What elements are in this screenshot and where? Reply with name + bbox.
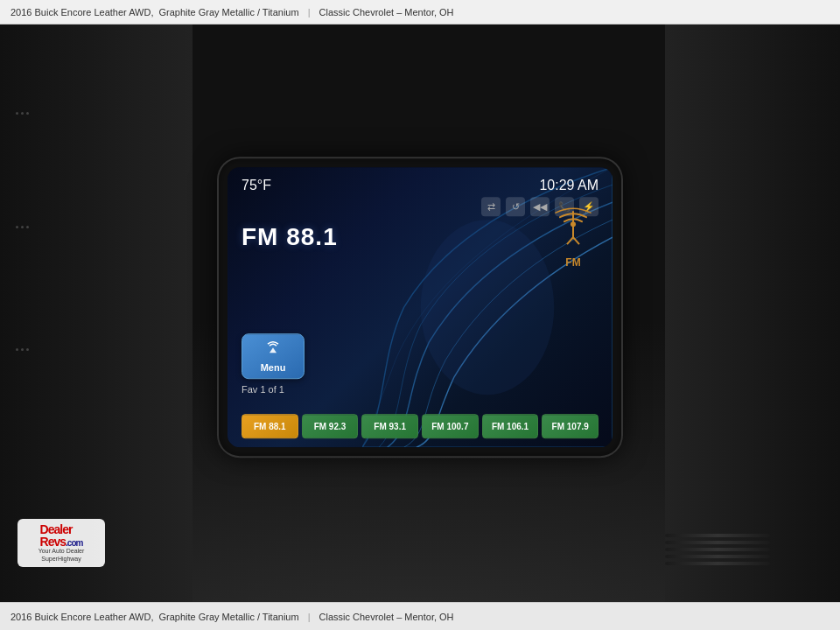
top-separator: | xyxy=(308,7,311,18)
media-icons-row: ⇄ ↺ ◀◀ 📞 ⚡ xyxy=(242,197,598,216)
time-display: 10:29 AM xyxy=(539,178,598,193)
top-car-model: 2016 Buick Encore Leather AWD, xyxy=(10,7,153,18)
fm-icon-area: FM xyxy=(551,202,595,269)
menu-area: Menu Fav 1 of 1 xyxy=(242,333,304,395)
watermark-tagline: Your Auto Dealer SuperHighway xyxy=(21,548,102,563)
top-color: Graphite Gray Metallic / Titanium xyxy=(158,7,298,18)
repeat-icon[interactable]: ↺ xyxy=(506,197,525,216)
right-panel xyxy=(665,24,840,602)
nav-dots-1 xyxy=(16,112,29,115)
bottom-info-bar: 2016 Buick Encore Leather AWD, Graphite … xyxy=(0,602,840,630)
top-dealer: Classic Chevrolet – Mentor, OH xyxy=(319,7,454,18)
photo-area: 75°F 10:29 AM ⇄ ↺ ◀◀ 📞 ⚡ xyxy=(0,24,840,602)
dashboard-vents xyxy=(665,528,770,571)
fm-station-text: FM 88.1 xyxy=(242,223,598,251)
menu-text: Menu xyxy=(261,362,286,373)
fm-tower-icon xyxy=(551,202,595,253)
nav-dots-2 xyxy=(16,226,29,228)
menu-icon xyxy=(264,340,282,359)
menu-button[interactable]: Menu xyxy=(242,333,304,379)
fm-label-text: FM xyxy=(565,256,580,269)
watermark-logo: Dealer Revs.com xyxy=(40,523,83,548)
fav-text: Fav 1 of 1 xyxy=(242,384,284,395)
watermark-text2: Revs xyxy=(40,535,66,549)
svg-line-2 xyxy=(573,237,579,244)
bottom-color: Graphite Gray Metallic / Titanium xyxy=(158,612,298,622)
watermark-dotcom: .com xyxy=(66,538,82,548)
screen-bezel: 75°F 10:29 AM ⇄ ↺ ◀◀ 📞 ⚡ xyxy=(219,158,621,456)
shuffle-icon[interactable]: ⇄ xyxy=(481,197,500,216)
svg-point-4 xyxy=(570,221,576,227)
left-panel xyxy=(0,24,192,602)
bottom-dealer: Classic Chevrolet – Mentor, OH xyxy=(319,612,454,622)
preset-btn-2[interactable]: FM 92.3 xyxy=(302,414,359,438)
preset-btn-6[interactable]: FM 107.9 xyxy=(542,414,598,438)
presets-row: FM 88.1 FM 92.3 FM 93.1 FM 100.7 FM 106.… xyxy=(242,414,598,438)
fm-display: FM 88.1 xyxy=(242,223,598,437)
bottom-car-model: 2016 Buick Encore Leather AWD, xyxy=(10,612,153,622)
top-info-bar: 2016 Buick Encore Leather AWD, Graphite … xyxy=(0,0,840,24)
watermark-logo-container: Dealer Revs.com Your Auto Dealer SuperHi… xyxy=(18,519,105,567)
interior-background: 75°F 10:29 AM ⇄ ↺ ◀◀ 📞 ⚡ xyxy=(0,24,840,602)
nav-dots-3 xyxy=(16,348,29,351)
svg-line-1 xyxy=(567,237,573,244)
preset-btn-4[interactable]: FM 100.7 xyxy=(422,414,479,438)
infotainment-screen-container: 75°F 10:29 AM ⇄ ↺ ◀◀ 📞 ⚡ xyxy=(219,158,621,456)
preset-btn-3[interactable]: FM 93.1 xyxy=(361,414,418,438)
screen-display: 75°F 10:29 AM ⇄ ↺ ◀◀ 📞 ⚡ xyxy=(228,167,612,447)
preset-btn-5[interactable]: FM 106.1 xyxy=(482,414,539,438)
bottom-separator: | xyxy=(308,612,311,622)
preset-btn-1[interactable]: FM 88.1 xyxy=(242,414,298,438)
prev-icon[interactable]: ◀◀ xyxy=(530,197,550,216)
temperature-display: 75°F xyxy=(242,178,271,193)
screen-top-row: 75°F 10:29 AM xyxy=(242,178,598,193)
